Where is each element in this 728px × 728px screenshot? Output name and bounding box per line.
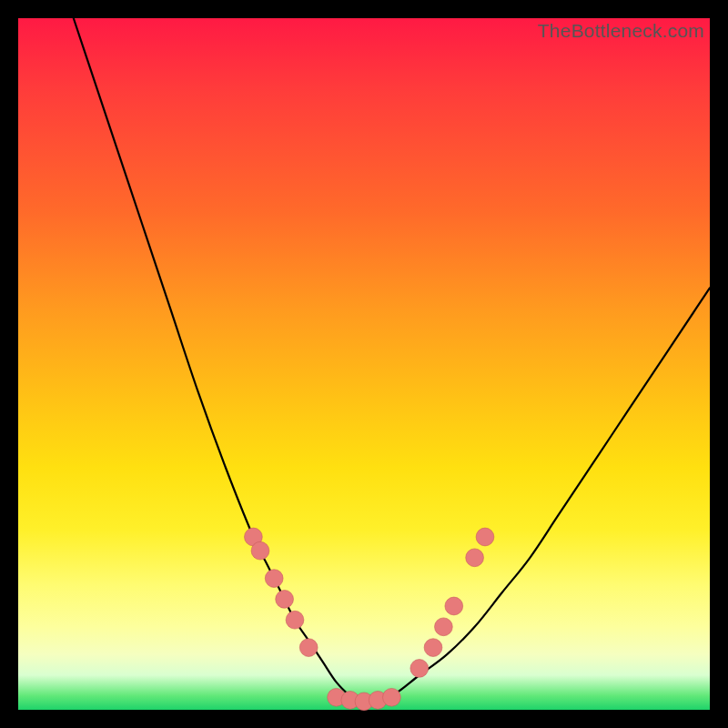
- marker-dot: [276, 591, 294, 609]
- right-dot-group: [410, 528, 494, 677]
- marker-dot: [383, 688, 401, 706]
- bottom-dot-group: [328, 688, 401, 710]
- marker-dot: [466, 549, 484, 567]
- marker-dot: [435, 618, 453, 636]
- curve-svg: [18, 18, 710, 710]
- marker-dot: [410, 660, 429, 678]
- marker-dot: [299, 639, 318, 657]
- left-curve-path: [74, 18, 364, 706]
- right-curve-path: [364, 288, 710, 706]
- marker-dot: [445, 597, 463, 615]
- plot-area: TheBottleneck.com: [18, 18, 710, 710]
- marker-dot: [265, 570, 283, 588]
- chart-frame: TheBottleneck.com: [0, 0, 728, 728]
- marker-dot: [424, 639, 442, 657]
- marker-dot: [251, 541, 269, 560]
- marker-dot: [476, 528, 494, 546]
- marker-dot: [286, 611, 304, 629]
